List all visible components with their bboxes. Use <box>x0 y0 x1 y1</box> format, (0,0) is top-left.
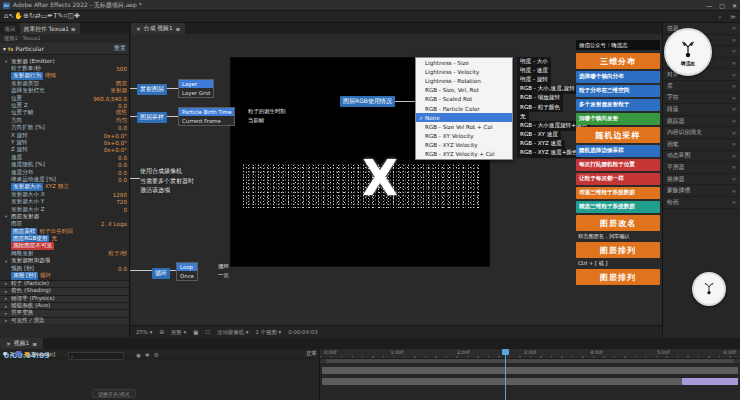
menu-item[interactable]: RGB - Scaled Rot <box>416 95 512 104</box>
parameter-value[interactable]: 0.0 <box>118 103 127 109</box>
parameter-value[interactable]: 循环 <box>40 272 51 280</box>
parameter-value[interactable]: 0.0 <box>118 177 127 183</box>
parameter-value[interactable]: 500 <box>116 66 127 72</box>
visibility-eye-icon[interactable]: ● <box>3 351 7 356</box>
dropdown-option[interactable]: Once <box>177 271 197 279</box>
viewer-control[interactable]: ☐ <box>205 329 210 335</box>
parameter-value[interactable]: 0 <box>123 207 127 213</box>
menu-item[interactable]: ✓ None <box>416 113 512 122</box>
menu-item[interactable]: Lightness - Rotation <box>416 76 512 85</box>
docked-panel-header[interactable]: 蒙版插值 ≡ <box>663 185 740 197</box>
effect-header[interactable]: ▾ fx Particular 重置 <box>0 43 129 55</box>
viewer-control[interactable]: ⊞ <box>159 329 164 335</box>
panel-menu-icon[interactable]: ≡ <box>732 25 736 31</box>
panel-menu-icon[interactable]: ≡ <box>732 176 736 182</box>
panel-menu-icon[interactable]: ≡ <box>732 72 736 78</box>
tab-project[interactable]: 项目 <box>0 23 20 34</box>
playhead[interactable] <box>505 349 506 400</box>
maximize-button[interactable]: ▢ <box>719 2 725 9</box>
menu-item[interactable]: RGB - XYZ Velocity + Col <box>416 150 512 159</box>
dropdown-option[interactable]: Layer Grid <box>179 88 213 96</box>
docked-panel-header[interactable]: 动态草图 ≡ <box>663 151 740 163</box>
panel-menu-icon[interactable]: ≡ <box>732 48 736 54</box>
parameter-value[interactable]: 0x+0.0° <box>104 147 127 153</box>
effect-parameter-row[interactable]: ▸ 物理学 (Physics) <box>0 295 129 302</box>
tab-close-icon[interactable]: × <box>136 26 141 32</box>
panel-menu-icon[interactable]: ≡ <box>732 130 736 136</box>
panel-menu-icon[interactable]: ≡ <box>32 341 37 347</box>
effect-parameter-row[interactable]: ▸ 可见性 / 渲染 <box>0 317 129 324</box>
panel-menu-icon[interactable]: ≡ <box>732 83 736 89</box>
parameter-value[interactable]: 0x+0.0° <box>104 133 127 139</box>
timeline-tab[interactable]: × 视频1 ≡ <box>0 338 43 349</box>
panel-menu-icon[interactable]: ≡ <box>732 164 736 170</box>
docked-panel-header[interactable]: 平滑器 ≡ <box>663 162 740 174</box>
close-button[interactable]: ✕ <box>732 2 737 9</box>
menu-item[interactable]: Lightness - Size <box>416 58 512 67</box>
viewer-control[interactable]: 25% ▾ <box>136 329 152 335</box>
tab-effect-controls[interactable]: 效果控件 Texua1 ≡ <box>20 23 80 34</box>
panel-menu-icon[interactable]: ≡ <box>732 153 736 159</box>
panel-menu-icon[interactable]: ≡ <box>732 118 736 124</box>
layer-row[interactable]: ● 2 ■ [X Logo] 正常 <box>0 349 320 359</box>
panel-menu-icon[interactable]: ≡ <box>732 60 736 66</box>
tool-icon[interactable]: ◫ <box>67 12 74 20</box>
docked-panel-header[interactable]: 字符 ≡ <box>663 93 740 105</box>
docked-panel-header[interactable]: 画笔 ≡ <box>663 139 740 151</box>
docked-panel-header[interactable]: 内容识别填充 ≡ <box>663 127 740 139</box>
dropdown-option[interactable]: Particle Birth Time <box>179 108 234 116</box>
docked-panel-header[interactable]: 跟踪器 ≡ <box>663 116 740 128</box>
layer-name[interactable]: [X Logo] <box>32 351 303 357</box>
parameter-value[interactable]: 2. X Logo <box>101 221 127 227</box>
time-ruler[interactable]: 0:00f1:00f2:00f3:00f4:00f5:00f6:00f <box>320 349 740 359</box>
tool-icon[interactable]: ✋ <box>14 12 23 20</box>
parameter-value[interactable]: 720 <box>116 199 127 205</box>
panel-menu-icon[interactable]: ≡ <box>732 199 736 205</box>
viewer-control[interactable]: 活动摄像机 ▾ <box>217 329 248 336</box>
effect-parameter-row[interactable]: ▸ 着色 (Shading) <box>0 287 129 294</box>
menu-item[interactable]: RGB - Size Vel Rot + Col <box>416 122 512 131</box>
toolbar-right-icon[interactable]: ≫ <box>730 13 736 20</box>
panel-menu-icon[interactable]: ≡ <box>732 95 736 101</box>
parameter-value[interactable]: 发射器 <box>110 87 127 95</box>
parameter-value[interactable]: 0.5 <box>118 170 127 176</box>
dropdown-option[interactable]: Layer <box>179 80 213 88</box>
effect-parameter-row[interactable]: ▸ 辅助系统 (Aux) <box>0 302 129 309</box>
effect-parameter-row[interactable]: ▸ 粒子 (Particle) <box>0 280 129 287</box>
parameter-value[interactable]: 0x+0.0° <box>104 140 127 146</box>
toggle-switches-modes-button[interactable]: 切换开关/模式 <box>92 389 136 398</box>
viewer-control[interactable]: 0:00:04:03 <box>288 329 317 335</box>
viewer-control[interactable]: 1 个视图 ▾ <box>255 329 281 336</box>
reset-link[interactable]: 重置 <box>114 44 126 53</box>
parameter-value[interactable]: 0.0 <box>118 266 127 272</box>
layer-duration-bar[interactable] <box>322 367 738 374</box>
parameter-value[interactable]: 0.0 <box>118 155 127 161</box>
panel-menu-icon[interactable]: ≡ <box>732 106 736 112</box>
panel-menu-icon[interactable]: ≡ <box>732 141 736 147</box>
tab-close-icon[interactable]: × <box>6 341 11 347</box>
menu-item[interactable]: RGB - XY Velocity <box>416 132 512 141</box>
layer-duration-bar[interactable] <box>322 378 738 385</box>
dropdown-option[interactable]: Loop <box>177 263 197 271</box>
effect-parameter-row[interactable]: ▸ 世界变换 <box>0 309 129 316</box>
parameter-value[interactable]: 0.0 <box>118 162 127 168</box>
docked-panel-header[interactable]: 摇摆器 ≡ <box>663 174 740 186</box>
parameter-value[interactable]: 均匀 <box>116 117 127 125</box>
parameter-value[interactable]: 1280 <box>113 192 127 198</box>
composition-tab[interactable]: × 合成 视频1 ≡ <box>131 23 185 34</box>
parameter-value[interactable]: 960.0,540.0 <box>93 96 127 102</box>
effect-parameter-row[interactable]: 周期 [秒] 循环 <box>0 272 129 279</box>
layer-color-swatch[interactable] <box>16 351 21 356</box>
docked-panel-header[interactable]: 绘画 ≡ <box>663 197 740 209</box>
viewer-control[interactable]: ▦ <box>193 329 198 335</box>
viewer-control[interactable]: 完整 ▾ <box>171 329 186 336</box>
docked-panel-header[interactable]: 库 ≡ <box>663 81 740 93</box>
menu-item[interactable]: RGB - Particle Color <box>416 104 512 113</box>
panel-menu-icon[interactable]: ≡ <box>176 26 181 32</box>
toolbar-right-icon[interactable]: ⌕ <box>718 13 721 21</box>
work-area-bar[interactable] <box>320 359 740 363</box>
twirl-icon[interactable]: ▾ <box>3 45 6 52</box>
tool-icon[interactable]: ✚ <box>74 12 80 20</box>
menu-item[interactable]: Lightness - Velocity <box>416 67 512 76</box>
minimize-button[interactable]: — <box>706 2 712 9</box>
